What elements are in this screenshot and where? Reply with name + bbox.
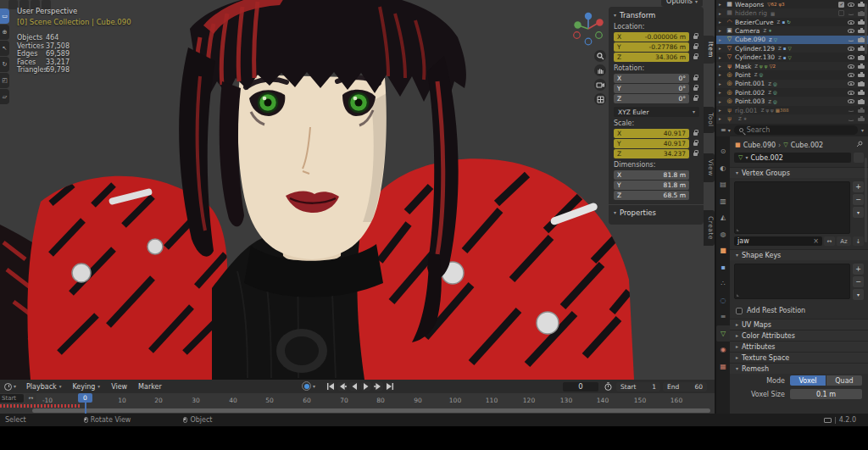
filter-input[interactable]: jaw ×	[734, 236, 822, 246]
hide-eye-icon[interactable]	[848, 108, 854, 113]
properties-tab[interactable]: ■	[716, 242, 730, 259]
properties-subpanel-header[interactable]: ▾ Properties	[614, 208, 699, 217]
tool-button[interactable]: ⊕	[0, 25, 9, 40]
expand-arrow-icon[interactable]: ▸	[719, 28, 726, 33]
outliner-row[interactable]: ▸ ▽ Cube.090 Z▽	[716, 36, 868, 44]
remove-shape-key-button[interactable]: −	[853, 276, 864, 287]
playhead[interactable]: 0	[78, 393, 92, 414]
voxel-size-field[interactable]: 0.1 m	[790, 389, 862, 399]
current-frame-field[interactable]: 0	[563, 382, 598, 392]
object-name[interactable]: BezierCurve	[735, 19, 774, 26]
collapsed-panel-header[interactable]: ▸ Texture Space	[730, 352, 868, 363]
pin-icon[interactable]	[856, 141, 863, 149]
expand-arrow-icon[interactable]: ▸	[719, 2, 726, 7]
render-visibility-icon[interactable]	[858, 116, 865, 121]
sidebar-tab[interactable]: View	[704, 153, 715, 182]
render-visibility-icon[interactable]	[858, 46, 865, 51]
outliner-row[interactable]: ▸ ▣ Camera Z∗	[716, 26, 868, 35]
render-visibility-icon[interactable]	[858, 28, 865, 33]
expand-arrow-icon[interactable]: ▸	[719, 108, 726, 113]
tool-button[interactable]: ▱	[0, 89, 9, 104]
outliner-row[interactable]: ▸ ψ Z∗	[716, 114, 868, 123]
editor-type-button[interactable]: ▾	[4, 383, 16, 391]
next-keyframe-button[interactable]	[373, 382, 383, 391]
object-name[interactable]: Cylinder.129	[735, 45, 775, 53]
play-reverse-button[interactable]	[349, 382, 359, 391]
sort-alphabetical-button[interactable]: Az	[837, 236, 851, 246]
hide-eye-icon[interactable]	[848, 55, 854, 59]
clear-filter-icon[interactable]: ×	[813, 237, 819, 245]
3d-viewport[interactable]: ▭ ⊕ ↖ ↻ ◰ ▱	[0, 0, 715, 380]
editor-type-icon[interactable]: ≡▾	[721, 126, 731, 134]
expand-arrow-icon[interactable]: ▸	[719, 90, 726, 95]
outliner-row[interactable]: ▸ ◎ Point.001 Z◎	[716, 80, 868, 88]
scale-field[interactable]: Y 40.917	[614, 139, 689, 148]
expand-arrow-icon[interactable]: ▸	[719, 55, 726, 60]
tool-button[interactable]: ↻	[0, 57, 9, 72]
dimension-field[interactable]: X 81.8 m	[614, 170, 689, 180]
shape-key-specials-button[interactable]: ▾	[853, 289, 864, 300]
hide-eye-icon[interactable]	[848, 81, 854, 86]
render-visibility-icon[interactable]	[858, 90, 865, 95]
auto-keying-toggle[interactable]: ▾	[302, 381, 315, 391]
render-visibility-icon[interactable]	[858, 11, 865, 16]
outliner-row[interactable]: ▸ ◎ Point.002 Z◎	[716, 88, 868, 97]
outliner-row[interactable]: ▸ ◠ BezierCurve Z▪↻	[716, 18, 868, 26]
camera-view-button[interactable]	[594, 79, 606, 91]
expand-arrow-icon[interactable]: ▸	[719, 37, 726, 42]
lock-icon[interactable]	[692, 97, 699, 101]
collection-checkbox[interactable]	[838, 10, 844, 16]
timeline-menu[interactable]: View ▾	[111, 383, 127, 391]
properties-tab[interactable]: ◌	[716, 292, 730, 309]
jump-to-end-button[interactable]	[385, 382, 395, 391]
object-name[interactable]: Cube.090	[735, 36, 765, 43]
hide-eye-icon[interactable]	[848, 29, 854, 33]
properties-tab[interactable]: ⊙	[716, 143, 730, 160]
collapsed-panel-header[interactable]: ▸ UV Maps	[730, 319, 868, 330]
outliner-scrollbar[interactable]	[865, 3, 867, 54]
clipped-start-field[interactable]: Start ↔	[0, 394, 36, 403]
transform-panel-header[interactable]: ▾ Transform	[614, 11, 699, 19]
vertex-group-specials-button[interactable]: ▾	[853, 207, 864, 218]
sort-direction-button[interactable]: ↓	[853, 236, 864, 246]
properties-tab[interactable]: ≡	[716, 308, 730, 325]
outliner-row[interactable]: ▸ ψ Mask Zψψ▽2	[716, 62, 868, 70]
render-visibility-icon[interactable]	[858, 81, 865, 86]
chevron-down-icon[interactable]: ▾	[861, 128, 864, 133]
outliner-row[interactable]: ▸ ψ rig.001 Zψψ▦388	[716, 106, 868, 114]
sidebar-tab[interactable]: Create	[704, 210, 715, 246]
location-field[interactable]: Z 34.306 m	[614, 53, 689, 62]
remove-vertex-group-button[interactable]: −	[853, 194, 864, 205]
properties-tab[interactable]: ◉	[716, 342, 730, 358]
render-visibility-icon[interactable]	[858, 108, 865, 113]
expand-arrow-icon[interactable]: ▸	[719, 46, 726, 51]
properties-tab[interactable]: ∴	[716, 275, 730, 292]
tool-button[interactable]: ↖	[0, 41, 9, 56]
lock-icon[interactable]	[692, 56, 699, 59]
timeline-scrollbar[interactable]	[32, 408, 710, 413]
object-name[interactable]: Point.003	[735, 97, 765, 105]
tool-button[interactable]: ◰	[0, 73, 9, 88]
object-name[interactable]: hidden rig	[735, 9, 767, 17]
lock-icon[interactable]	[692, 142, 699, 146]
lock-icon[interactable]	[692, 36, 699, 39]
dimension-field[interactable]: Z 68.5 m	[614, 191, 689, 200]
toggle-ortho-button[interactable]	[594, 93, 606, 105]
properties-tab[interactable]: ▤	[716, 176, 730, 193]
keyframe-strip[interactable]	[0, 404, 81, 408]
hide-eye-icon[interactable]	[848, 91, 854, 95]
properties-tab[interactable]: ◍	[716, 226, 730, 243]
add-rest-position-checkbox[interactable]	[736, 308, 743, 314]
navigation-gizmo[interactable]	[570, 10, 607, 49]
properties-tab[interactable]: ▽	[716, 325, 730, 342]
collapsed-panel-header[interactable]: ▸ Color Attributes	[730, 330, 868, 341]
fake-user-button[interactable]	[854, 153, 864, 163]
object-name[interactable]: Cylinder.130	[735, 53, 775, 61]
options-button[interactable]: Options ▾	[661, 0, 703, 7]
frame-start-field[interactable]: Start 1	[616, 382, 660, 392]
breadcrumb-object[interactable]: Cube.090	[743, 142, 776, 149]
collapsed-panel-header[interactable]: ▸ Attributes	[730, 341, 868, 352]
hide-eye-icon[interactable]	[848, 64, 854, 69]
pan-hand-button[interactable]	[594, 64, 606, 76]
outliner-row[interactable]: ▸ ◎ Point Z◎	[716, 70, 868, 79]
